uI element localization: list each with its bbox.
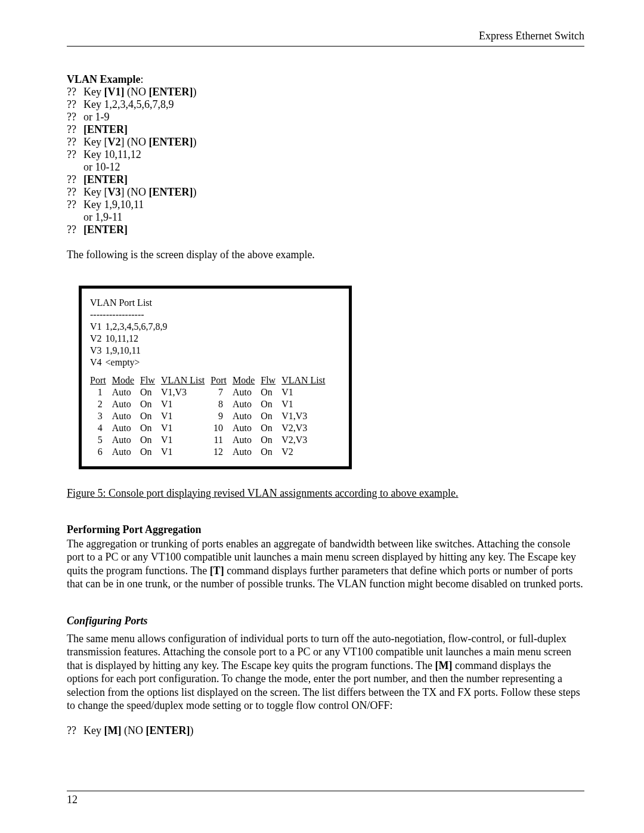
list-marker: ?? xyxy=(67,724,83,737)
port-row: 5AutoOnV111AutoOnV2,V3 xyxy=(90,434,331,446)
port-aggregation-heading: Performing Port Aggregation xyxy=(67,524,584,536)
port-aggregation-section: Performing Port Aggregation The aggregat… xyxy=(67,524,584,591)
vlan-example-list: ??Key [V1] (NO [ENTER])??Key 1,2,3,4,5,6… xyxy=(67,86,584,236)
list-content: or 1,9-11 xyxy=(83,211,584,224)
list-content: or 10-12 xyxy=(83,161,584,174)
vlan-row: V210,11,12 xyxy=(90,333,171,345)
list-content: [ENTER] xyxy=(83,174,584,186)
list-content: [ENTER] xyxy=(83,123,584,136)
port-row: 3AutoOnV19AutoOnV1,V3 xyxy=(90,410,331,422)
list-content: [ENTER] xyxy=(83,224,584,236)
configuring-ports-steps: ??Key [M] (NO [ENTER]) xyxy=(67,724,584,737)
vlan-row: V4<empty> xyxy=(90,357,171,368)
port-row: 6AutoOnV112AutoOnV2 xyxy=(90,446,331,458)
vlan-example-heading: VLAN Example xyxy=(67,73,141,85)
port-aggregation-body: The aggregation or trunking of ports ena… xyxy=(67,537,584,591)
console-header: VLAN Port List xyxy=(90,297,340,309)
list-marker: ?? xyxy=(67,224,83,236)
list-item: ??or 1-9 xyxy=(67,111,584,123)
list-content: Key [V1] (NO [ENTER]) xyxy=(83,86,584,98)
console-display: VLAN Port List ----------------- V11,2,3… xyxy=(79,286,352,469)
list-item: or 1,9-11 xyxy=(67,211,584,224)
list-marker xyxy=(67,161,83,174)
list-content: Key 1,2,3,4,5,6,7,8,9 xyxy=(83,98,584,111)
port-row: 1AutoOnV1,V37AutoOnV1 xyxy=(90,386,331,398)
console-separator: ----------------- xyxy=(90,309,340,321)
page-footer: 12 xyxy=(67,791,584,806)
list-content: Key 10,11,12 xyxy=(83,148,584,161)
list-marker: ?? xyxy=(67,186,83,199)
port-table: PortModeFlwVLAN ListPortModeFlwVLAN List… xyxy=(90,374,331,458)
list-content: Key 1,9,10,11 xyxy=(83,199,584,211)
list-item: ??[ENTER] xyxy=(67,174,584,186)
list-item: ??[ENTER] xyxy=(67,224,584,236)
list-content: Key [V3] (NO [ENTER]) xyxy=(83,186,584,199)
list-item: ??Key 1,2,3,4,5,6,7,8,9 xyxy=(67,98,584,111)
list-content: Key [M] (NO [ENTER]) xyxy=(83,724,584,737)
list-marker xyxy=(67,211,83,224)
list-item: ??Key [V1] (NO [ENTER]) xyxy=(67,86,584,98)
port-row: 2AutoOnV18AutoOnV1 xyxy=(90,398,331,410)
list-marker: ?? xyxy=(67,98,83,111)
list-item: ??Key [M] (NO [ENTER]) xyxy=(67,724,584,737)
vlan-list-table: V11,2,3,4,5,6,7,8,9V210,11,12V31,9,10,11… xyxy=(90,321,171,368)
list-marker: ?? xyxy=(67,86,83,98)
configuring-ports-body: The same menu allows configuration of in… xyxy=(67,632,584,713)
list-marker: ?? xyxy=(67,148,83,161)
list-item: ??Key [V3] (NO [ENTER]) xyxy=(67,186,584,199)
intro-paragraph: The following is the screen display of t… xyxy=(67,248,584,262)
list-marker: ?? xyxy=(67,111,83,123)
port-table-header-row: PortModeFlwVLAN ListPortModeFlwVLAN List xyxy=(90,374,331,386)
list-item: ??Key 1,9,10,11 xyxy=(67,199,584,211)
page: Express Ethernet Switch VLAN Example: ??… xyxy=(0,0,644,830)
port-row: 4AutoOnV110AutoOnV2,V3 xyxy=(90,422,331,434)
configuring-ports-section: Configuring Ports The same menu allows c… xyxy=(67,615,584,737)
configuring-ports-heading: Configuring Ports xyxy=(67,615,584,627)
list-content: or 1-9 xyxy=(83,111,584,123)
list-item: ??Key [V2] (NO [ENTER]) xyxy=(67,136,584,148)
list-marker: ?? xyxy=(67,136,83,148)
list-item: or 10-12 xyxy=(67,161,584,174)
vlan-row: V31,9,10,11 xyxy=(90,345,171,357)
page-number: 12 xyxy=(67,794,78,806)
list-marker: ?? xyxy=(67,199,83,211)
list-item: ??Key 10,11,12 xyxy=(67,148,584,161)
figure-caption: Figure 5: Console port displaying revise… xyxy=(67,487,584,500)
page-header: Express Ethernet Switch xyxy=(67,30,584,47)
vlan-example-section: VLAN Example: ??Key [V1] (NO [ENTER])??K… xyxy=(67,73,584,236)
list-marker: ?? xyxy=(67,174,83,186)
list-content: Key [V2] (NO [ENTER]) xyxy=(83,136,584,148)
list-marker: ?? xyxy=(67,123,83,136)
vlan-row: V11,2,3,4,5,6,7,8,9 xyxy=(90,321,171,333)
header-title: Express Ethernet Switch xyxy=(479,30,584,42)
list-item: ??[ENTER] xyxy=(67,123,584,136)
